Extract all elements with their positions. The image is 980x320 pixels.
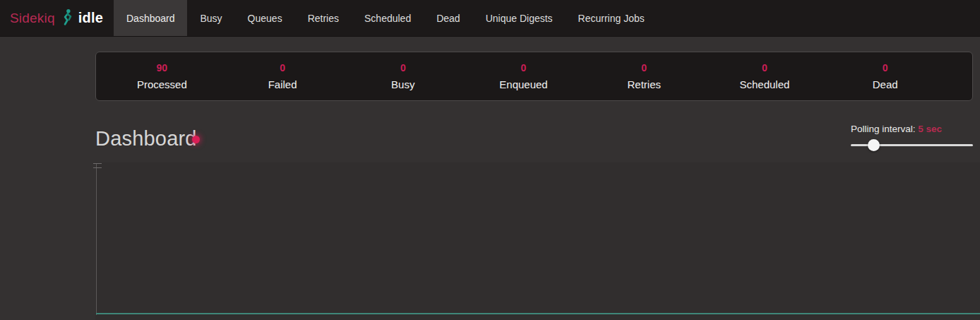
polling-interval-value: 5 sec xyxy=(918,124,942,134)
nav-item-unique-digests[interactable]: Unique Digests xyxy=(473,0,566,36)
stat-failed[interactable]: 0 Failed xyxy=(222,63,343,90)
chart-y-axis xyxy=(96,164,97,315)
stat-busy-label: Busy xyxy=(391,78,414,90)
stat-enqueued-label: Enqueued xyxy=(499,78,547,90)
navbar: Sidekiq idle Dashboard Busy Queues Retri… xyxy=(0,0,980,37)
nav-item-dead[interactable]: Dead xyxy=(424,0,472,36)
nav-item-retries[interactable]: Retries xyxy=(295,0,352,36)
page-title: Dashboard xyxy=(95,126,197,150)
stat-dead-label: Dead xyxy=(873,78,898,90)
stat-scheduled[interactable]: 0 Scheduled xyxy=(705,63,825,90)
stat-enqueued-value: 0 xyxy=(521,63,527,73)
nav-item-busy[interactable]: Busy xyxy=(187,0,234,36)
stat-retries[interactable]: 0 Retries xyxy=(584,63,705,90)
brand-link[interactable]: Sidekiq idle xyxy=(0,0,103,36)
stat-busy[interactable]: 0 Busy xyxy=(342,63,463,90)
stat-processed-value: 90 xyxy=(157,63,168,73)
stat-failed-label: Failed xyxy=(268,78,297,90)
polling-interval-slider[interactable] xyxy=(851,138,973,151)
stat-retries-value: 0 xyxy=(641,63,647,73)
stats-summary-panel: 90 Processed 0 Failed 0 Busy 0 Enqueued … xyxy=(95,52,973,101)
status-text: idle xyxy=(78,10,103,26)
nav-item-queues[interactable]: Queues xyxy=(235,0,295,36)
stat-dead-value: 0 xyxy=(883,63,888,73)
polling-interval-caption: Polling interval: 5 sec xyxy=(851,123,973,135)
sidekiq-logo-icon xyxy=(60,8,73,28)
stat-enqueued[interactable]: 0 Enqueued xyxy=(463,63,584,90)
nav-item-recurring-jobs[interactable]: Recurring Jobs xyxy=(566,0,657,36)
stat-processed-label: Processed xyxy=(137,78,187,90)
realtime-chart xyxy=(95,162,980,320)
brand-name: Sidekiq xyxy=(10,11,55,26)
polling-interval-control: Polling interval: 5 sec xyxy=(851,123,973,151)
chart-flat-line xyxy=(96,313,980,314)
nav-item-scheduled[interactable]: Scheduled xyxy=(352,0,424,36)
stat-processed[interactable]: 90 Processed xyxy=(102,63,222,90)
stat-scheduled-label: Scheduled xyxy=(740,78,790,90)
chart-axis-tick xyxy=(93,167,102,168)
chart-axis-tick xyxy=(93,163,102,164)
live-beacon-indicator xyxy=(192,136,200,143)
polling-interval-label: Polling interval: xyxy=(851,124,918,134)
nav-item-dashboard[interactable]: Dashboard xyxy=(114,0,188,36)
stat-busy-value: 0 xyxy=(400,63,406,73)
stat-dead[interactable]: 0 Dead xyxy=(825,63,945,90)
nav-items: Dashboard Busy Queues Retries Scheduled … xyxy=(114,0,657,36)
slider-thumb[interactable] xyxy=(868,139,880,151)
stat-scheduled-value: 0 xyxy=(762,63,767,73)
stat-failed-value: 0 xyxy=(280,63,285,73)
stat-retries-label: Retries xyxy=(627,78,661,90)
